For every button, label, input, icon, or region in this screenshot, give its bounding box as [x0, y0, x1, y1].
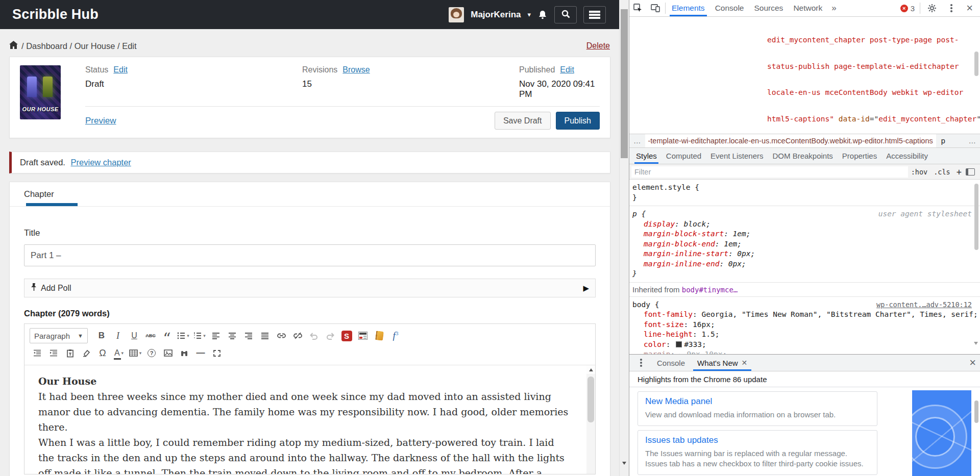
devtools-tab-sources[interactable]: Sources	[749, 0, 789, 16]
paragraph-format-select[interactable]: Paragraph ▼	[30, 328, 88, 343]
styles-scrollbar[interactable]	[973, 182, 979, 352]
tab-accessibility[interactable]: Accessibility	[881, 148, 933, 164]
delete-link[interactable]: Delete	[586, 41, 610, 51]
scroll-up-arrow[interactable]	[586, 365, 595, 374]
scribblehub-s-button[interactable]: S	[339, 329, 354, 343]
new-style-rule-button[interactable]: +	[953, 167, 965, 177]
editor-scrollbar-thumb[interactable]	[587, 377, 594, 422]
drawer-close-icon[interactable]: ×	[965, 357, 980, 368]
user-menu-caret-icon[interactable]: ▾	[527, 11, 531, 18]
undo-button[interactable]	[306, 329, 322, 343]
redo-button[interactable]	[323, 329, 338, 343]
close-tab-icon[interactable]: ✕	[742, 359, 748, 367]
news-embed-button[interactable]	[355, 329, 371, 343]
published-edit-link[interactable]: Edit	[560, 65, 574, 74]
breadcrumb-text[interactable]: / Dashboard / Our House / Edit	[21, 41, 137, 51]
classes-toggle[interactable]: .cls	[930, 168, 953, 176]
find-replace-button[interactable]	[177, 346, 192, 360]
preview-chapter-link[interactable]: Preview chapter	[71, 158, 131, 167]
paste-as-text-button[interactable]	[62, 346, 78, 360]
devtools-tab-console[interactable]: Console	[710, 0, 749, 16]
elements-tree[interactable]: edit_mycontent_chapter post-type-page po…	[629, 17, 980, 134]
issues-tab-updates-link[interactable]: Issues tab updates	[645, 435, 870, 445]
drawer-tab-console[interactable]: Console	[651, 355, 691, 371]
hover-state-toggle[interactable]: :hov	[908, 168, 931, 176]
chapter-title-input[interactable]	[24, 244, 596, 266]
tab-dom-breakpoints[interactable]: DOM Breakpoints	[768, 148, 837, 164]
breadcrumb-p-node[interactable]: p	[936, 137, 950, 145]
fullscreen-button[interactable]	[209, 346, 225, 360]
align-center-button[interactable]	[225, 329, 240, 343]
element-style-rule[interactable]: element.style {	[632, 183, 699, 191]
table-button[interactable]: ▾	[128, 346, 143, 360]
settings-gear-icon[interactable]	[923, 0, 941, 16]
styles-scroll-down-arrow[interactable]	[974, 345, 978, 353]
footnote-button[interactable]: f3	[388, 329, 403, 343]
page-scroll-down-arrow[interactable]	[622, 465, 626, 474]
page-scrollbar[interactable]	[619, 0, 629, 476]
drawer-scrollbar-thumb[interactable]	[974, 400, 978, 423]
bold-button[interactable]: B	[94, 329, 109, 343]
breadcrumb-body-node[interactable]: -template-wi-editchapter.locale-en-us.mc…	[645, 134, 936, 147]
preview-link[interactable]: Preview	[85, 116, 116, 126]
more-tabs-chevron-icon[interactable]: »	[827, 3, 840, 13]
tab-properties[interactable]: Properties	[838, 148, 881, 164]
tab-styles[interactable]: Styles	[631, 148, 662, 164]
notifications-bell-icon[interactable]	[537, 10, 548, 20]
italic-button[interactable]: I	[110, 329, 126, 343]
elements-scrollbar[interactable]	[973, 20, 979, 132]
insert-link-button[interactable]	[274, 329, 289, 343]
insert-image-button[interactable]	[160, 346, 176, 360]
add-poll-toggle[interactable]: Add Poll ▶	[24, 279, 596, 297]
clear-formatting-button[interactable]	[79, 346, 94, 360]
new-media-panel-link[interactable]: New Media panel	[645, 396, 870, 407]
breadcrumb-overflow-left[interactable]: …	[629, 137, 645, 145]
inspect-element-icon[interactable]	[629, 0, 647, 16]
publish-button[interactable]: Publish	[556, 112, 600, 130]
drawer-tab-whats-new[interactable]: What's New ✕	[691, 355, 753, 371]
save-draft-button[interactable]: Save Draft	[495, 112, 551, 130]
remove-link-button[interactable]	[290, 329, 305, 343]
editor-content-area[interactable]: Our House It had been three weeks since …	[24, 365, 595, 474]
breadcrumb[interactable]: / Dashboard / Our House / Edit	[9, 41, 137, 51]
numbered-list-button[interactable]: ▾	[192, 329, 207, 343]
help-button[interactable]: ?	[144, 346, 159, 360]
blockquote-button[interactable]: “	[159, 329, 175, 343]
novel-cover-thumbnail[interactable]: OUR HOUSE	[20, 65, 61, 119]
glossary-book-button[interactable]	[372, 329, 387, 343]
stylesheet-source-link[interactable]: wp-content.…adv-5210:12	[876, 300, 972, 310]
device-toolbar-icon[interactable]	[647, 0, 664, 16]
editor-scrollbar[interactable]	[586, 365, 595, 474]
main-menu-button[interactable]	[583, 6, 606, 23]
justify-button[interactable]	[257, 329, 273, 343]
align-left-button[interactable]	[208, 329, 224, 343]
devtools-menu-kebab-icon[interactable]	[943, 0, 960, 16]
horizontal-rule-button[interactable]: —	[193, 346, 208, 360]
styles-scrollbar-thumb[interactable]	[974, 184, 978, 250]
align-right-button[interactable]	[241, 329, 256, 343]
tab-computed[interactable]: Computed	[662, 148, 706, 164]
devtools-close-icon[interactable]: ×	[962, 3, 977, 14]
devtools-tab-network[interactable]: Network	[788, 0, 827, 16]
user-avatar[interactable]	[449, 7, 464, 22]
search-button[interactable]	[554, 6, 577, 23]
status-edit-link[interactable]: Edit	[113, 65, 128, 74]
indent-button[interactable]	[46, 346, 61, 360]
revisions-browse-link[interactable]: Browse	[342, 65, 370, 74]
breadcrumb-overflow-right[interactable]: …	[965, 137, 980, 145]
strikethrough-button[interactable]: ABC	[143, 329, 158, 343]
sidebar-layout-toggle-icon[interactable]	[966, 168, 975, 176]
styles-filter-input[interactable]	[631, 166, 908, 178]
underline-button[interactable]: U	[127, 329, 142, 343]
expand-chevron-icon[interactable]: ▶	[583, 284, 589, 293]
elements-scrollbar-thumb[interactable]	[974, 52, 978, 76]
error-badge[interactable]: × 3	[900, 4, 915, 13]
page-scrollbar-thumb[interactable]	[621, 9, 628, 158]
drawer-scrollbar[interactable]	[973, 391, 979, 472]
username[interactable]: MajorKerina	[471, 10, 521, 20]
bullet-list-button[interactable]: ▾	[176, 329, 191, 343]
home-icon[interactable]	[9, 41, 18, 51]
color-swatch[interactable]	[676, 341, 682, 347]
special-character-button[interactable]: Ω	[95, 346, 110, 360]
tab-chapter[interactable]: Chapter	[24, 189, 54, 200]
